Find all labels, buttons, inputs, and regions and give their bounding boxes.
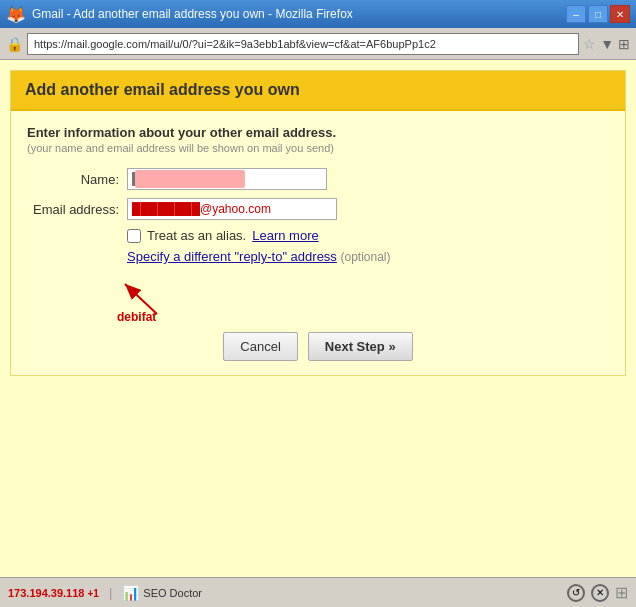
- lock-icon: 🔒: [6, 36, 23, 52]
- status-right: ↺ ✕ ⊞: [567, 583, 628, 602]
- name-label: Name:: [27, 172, 127, 187]
- dialog-panel: Add another email address you own Enter …: [10, 70, 626, 376]
- status-ip: 173.194.39.118 +1: [8, 587, 99, 599]
- nav-extra-icon[interactable]: ▼: [600, 36, 614, 52]
- reply-row: Specify a different "reply-to" address (…: [127, 249, 609, 264]
- title-bar: 🦊 Gmail - Add another email address you …: [0, 0, 636, 28]
- reply-to-link[interactable]: Specify a different "reply-to" address: [127, 249, 337, 264]
- window-title: Gmail - Add another email address you ow…: [32, 7, 353, 21]
- name-row: Name: ████████████: [27, 168, 609, 190]
- status-extra-icon: ⊞: [615, 583, 628, 602]
- status-seo: 📊 SEO Doctor: [122, 585, 202, 601]
- learn-more-link[interactable]: Learn more: [252, 228, 318, 243]
- annotation-label: debifat: [117, 310, 156, 324]
- alias-label: Treat as an alias.: [147, 228, 246, 243]
- dialog-hint: (your name and email address will be sho…: [27, 142, 609, 154]
- annotation-area: debifat: [107, 274, 609, 324]
- dialog-subtitle: Enter information about your other email…: [27, 125, 609, 140]
- address-bar[interactable]: https://mail.google.com/mail/u/0/?ui=2&i…: [27, 33, 579, 55]
- optional-label: (optional): [341, 250, 391, 264]
- window-controls: – □ ✕: [566, 5, 630, 23]
- seo-icon: 📊: [122, 585, 139, 601]
- url-text: https://mail.google.com/mail/u/0/?ui=2&i…: [34, 38, 436, 50]
- status-bar: 173.194.39.118 +1 | 📊 SEO Doctor ↺ ✕ ⊞: [0, 577, 636, 607]
- alias-checkbox[interactable]: [127, 229, 141, 243]
- navigation-bar: 🔒 https://mail.google.com/mail/u/0/?ui=2…: [0, 28, 636, 60]
- refresh-icon[interactable]: ↺: [567, 584, 585, 602]
- nav-extra2-icon[interactable]: ⊞: [618, 36, 630, 52]
- browser-content: Add another email address you own Enter …: [0, 60, 636, 577]
- close-button[interactable]: ✕: [610, 5, 630, 23]
- status-divider: |: [109, 585, 112, 600]
- alias-row: Treat as an alias. Learn more: [127, 228, 609, 243]
- email-input[interactable]: [127, 198, 337, 220]
- cancel-button[interactable]: Cancel: [223, 332, 297, 361]
- dialog-title: Add another email address you own: [25, 81, 611, 99]
- firefox-icon: 🦊: [6, 5, 26, 24]
- stop-icon[interactable]: ✕: [591, 584, 609, 602]
- dialog-header: Add another email address you own: [11, 71, 625, 111]
- email-label: Email address:: [27, 202, 127, 217]
- button-row: Cancel Next Step »: [27, 332, 609, 361]
- seo-label: SEO Doctor: [143, 587, 202, 599]
- next-step-button[interactable]: Next Step »: [308, 332, 413, 361]
- maximize-button[interactable]: □: [588, 5, 608, 23]
- bookmark-icon[interactable]: ☆: [583, 36, 596, 52]
- dialog-body: Enter information about your other email…: [11, 111, 625, 375]
- minimize-button[interactable]: –: [566, 5, 586, 23]
- name-redacted: ████████████: [135, 170, 245, 188]
- email-row: Email address:: [27, 198, 609, 220]
